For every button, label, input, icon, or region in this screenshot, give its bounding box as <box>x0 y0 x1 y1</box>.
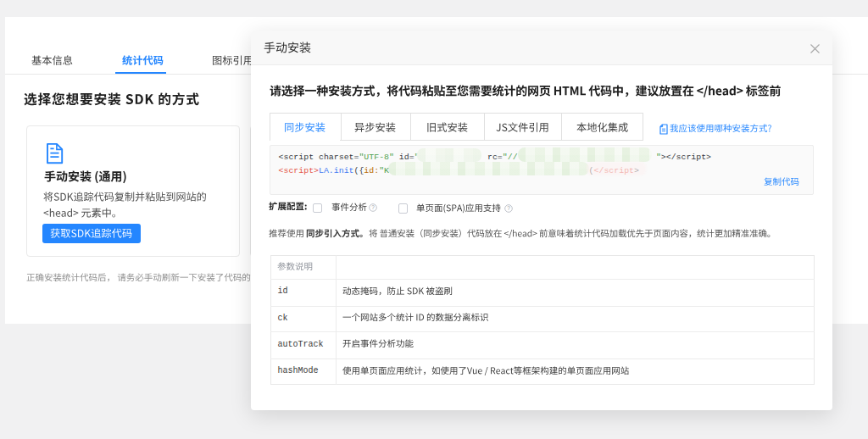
svg-text:?: ? <box>371 205 375 211</box>
svg-text:?: ? <box>507 205 510 211</box>
